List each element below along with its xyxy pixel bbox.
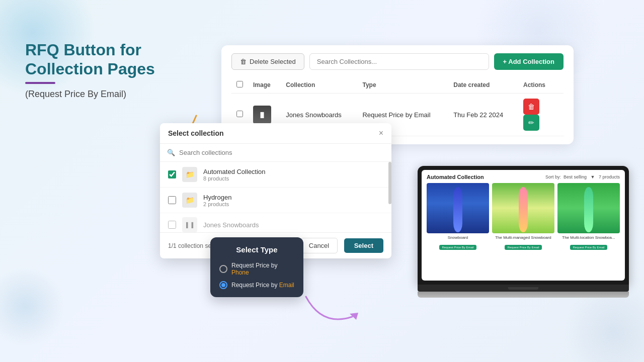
collection-name: Automated Collection <box>203 168 383 175</box>
modal-search-icon: 🔍 <box>167 149 175 156</box>
laptop-product-name-3: The Multi-location Snowboa... <box>557 235 620 240</box>
collection-info: Automated Collection 8 products <box>203 168 383 182</box>
laptop-product-name-2: The Multi-managed Snowboard <box>492 235 554 240</box>
modal-header: Select collection × <box>160 123 391 144</box>
laptop-screen-outer: Automated Collection Sort by: Best selli… <box>418 166 629 285</box>
radio-email-label: Request Price by Email <box>231 282 294 289</box>
product-img-1 <box>427 183 489 233</box>
snowboard-icon-2 <box>519 187 528 232</box>
collection-count: 2 products <box>203 201 383 207</box>
collection-info: Hydrogen 2 products <box>203 194 383 207</box>
product-img-2 <box>492 183 554 233</box>
list-item-partial: ▌▐ Jones Snowboards <box>160 213 391 232</box>
laptop-products-grid: Snowboard Request Price By Email The Mul… <box>427 183 620 250</box>
page-title-section: RFQ Button for Collection Pages (Request… <box>25 40 155 100</box>
svg-marker-2 <box>350 313 358 320</box>
laptop-product-name-1: Snowboard <box>427 235 489 240</box>
row-edit-button[interactable]: ✏ <box>523 115 539 131</box>
laptop-base <box>418 285 629 292</box>
radio-phone-circle <box>219 265 227 273</box>
modal-search-bar: 🔍 <box>160 144 391 162</box>
collection-date-cell: Thu Feb 22 2024 <box>448 94 518 136</box>
col-header-actions: Actions <box>518 77 564 94</box>
modal-search-input[interactable] <box>179 149 384 156</box>
radio-phone-label: Request Price by Phone <box>231 262 294 276</box>
collection-icon: ▌▐ <box>182 217 197 232</box>
snowboard-icon-1 <box>453 187 462 232</box>
col-header-image: Image <box>248 77 281 94</box>
product-image-icon: ▐▌ <box>259 112 266 118</box>
title-line1: RFQ Button for <box>25 40 155 59</box>
collection-icon: 📁 <box>182 167 197 182</box>
title-line2: Collection Pages <box>25 59 155 78</box>
delete-selected-label: Delete Selected <box>250 58 296 65</box>
add-collection-button[interactable]: + Add Collection <box>494 53 564 70</box>
collection-icon: 📁 <box>182 193 197 208</box>
product-img-3 <box>557 183 620 233</box>
collection-count: 8 products <box>203 175 383 182</box>
row-checkbox[interactable] <box>236 111 243 117</box>
collection-checkbox-automated[interactable] <box>168 170 176 178</box>
list-item: 📁 Hydrogen 2 products <box>160 188 391 213</box>
select-all-checkbox[interactable] <box>236 81 243 87</box>
col-header-date: Date created <box>448 77 518 94</box>
select-type-card: Select Type Request Price by Phone Reque… <box>210 237 303 297</box>
modal-title: Select collection <box>168 129 223 137</box>
laptop-collection-title: Automated Collection <box>427 174 484 180</box>
trash-icon: 🗑 <box>240 58 247 65</box>
radio-email-circle <box>219 281 227 289</box>
select-type-title: Select Type <box>219 245 294 254</box>
row-delete-button[interactable]: 🗑 <box>523 99 539 115</box>
laptop-product-badge-2: Request Price By Email <box>505 245 541 250</box>
collection-name: Hydrogen <box>203 194 383 201</box>
col-header-type: Type <box>357 77 448 94</box>
laptop-bottom <box>418 292 629 298</box>
modal-close-button[interactable]: × <box>379 129 383 137</box>
laptop-notch <box>508 287 538 290</box>
radio-option-phone[interactable]: Request Price by Phone <box>219 262 294 276</box>
laptop-screen-content: Automated Collection Sort by: Best selli… <box>422 170 625 254</box>
collection-info: Jones Snowboards <box>203 221 383 229</box>
collection-checkbox-hydrogen[interactable] <box>168 196 176 204</box>
search-collections-input[interactable] <box>309 53 489 70</box>
laptop-product-item: The Multi-managed Snowboard Request Pric… <box>492 183 554 250</box>
delete-selected-button[interactable]: 🗑 Delete Selected <box>231 53 304 70</box>
title-subtitle: (Request Price By Email) <box>25 89 155 100</box>
bg-decoration-bl <box>0 266 65 347</box>
laptop-mockup: Automated Collection Sort by: Best selli… <box>418 166 629 298</box>
snowboard-icon-3 <box>584 187 593 232</box>
panel-toolbar: 🗑 Delete Selected + Add Collection <box>231 53 564 70</box>
product-image: ▐▌ <box>253 106 271 124</box>
laptop-product-badge-1: Request Price By Email <box>439 245 476 250</box>
list-item: 📁 Automated Collection 8 products <box>160 162 391 188</box>
modal-footer-buttons: Cancel Select <box>300 238 383 253</box>
radio-option-email[interactable]: Request Price by Email <box>219 281 294 289</box>
collection-name: Jones Snowboards <box>203 221 383 229</box>
modal-scrollbar[interactable] <box>388 162 391 204</box>
modal-collection-list: 📁 Automated Collection 8 products 📁 Hydr… <box>160 162 391 232</box>
col-header-collection: Collection <box>281 77 357 94</box>
laptop-product-item: Snowboard Request Price By Email <box>427 183 489 250</box>
laptop-sort: Sort by: Best selling ▼ 7 products <box>545 174 620 179</box>
collection-checkbox-jones[interactable] <box>168 221 176 229</box>
laptop-screen-header: Automated Collection Sort by: Best selli… <box>427 174 620 180</box>
laptop-screen-inner: Automated Collection Sort by: Best selli… <box>422 170 625 281</box>
laptop-product-item: The Multi-location Snowboa... Request Pr… <box>557 183 620 250</box>
modal-select-button[interactable]: Select <box>344 238 383 253</box>
modal-cancel-button[interactable]: Cancel <box>300 238 338 253</box>
add-collection-label: + Add Collection <box>503 58 554 65</box>
laptop-product-badge-3: Request Price By Email <box>570 245 607 250</box>
title-underline <box>25 82 55 84</box>
